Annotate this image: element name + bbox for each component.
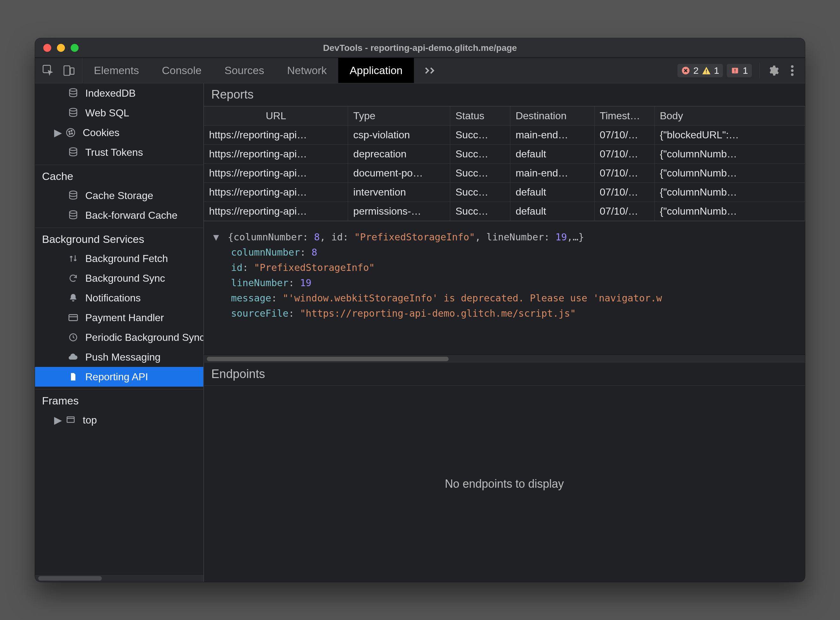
panel-tabs: Elements Console Sources Network Applica… <box>82 58 445 83</box>
updown-icon <box>67 252 80 265</box>
col-body[interactable]: Body <box>655 107 805 126</box>
tab-elements[interactable]: Elements <box>82 58 151 83</box>
cell-destination: default <box>510 183 594 202</box>
expand-caret-icon: ▶ <box>54 414 62 426</box>
col-type[interactable]: Type <box>348 107 450 126</box>
detail-value: 8 <box>312 247 317 258</box>
col-status[interactable]: Status <box>450 107 510 126</box>
col-url[interactable]: URL <box>204 107 348 126</box>
error-count: 2 <box>693 65 699 76</box>
tabs-overflow-button[interactable] <box>414 58 445 83</box>
sidebar-item-label: Cache Storage <box>85 190 153 202</box>
svg-rect-24 <box>67 417 74 423</box>
tab-console[interactable]: Console <box>151 58 213 83</box>
sidebar-item-background-fetch[interactable]: Background Fetch <box>35 248 204 268</box>
detail-key: columnNumber <box>231 247 300 258</box>
sidebar-item-background-sync[interactable]: Background Sync <box>35 268 204 288</box>
col-destination[interactable]: Destination <box>510 107 594 126</box>
tab-sources[interactable]: Sources <box>213 58 276 83</box>
settings-button[interactable] <box>764 61 783 80</box>
cell-body: {"columnNumb… <box>655 144 805 164</box>
card-icon <box>67 311 80 324</box>
cell-timestamp: 07/10/… <box>594 126 655 144</box>
detail-horizontal-scrollbar[interactable] <box>204 355 805 363</box>
cell-destination: main-end… <box>510 164 594 183</box>
sidebar-item-cookies[interactable]: ▶ Cookies <box>35 123 204 143</box>
collapse-caret-icon[interactable]: ▼ <box>213 230 222 245</box>
warning-count: 1 <box>714 65 719 76</box>
cell-url: https://reporting-api… <box>204 183 348 202</box>
sidebar-group-background-services[interactable]: Background Services <box>35 228 204 248</box>
cell-url: https://reporting-api… <box>204 144 348 164</box>
detail-key: lineNumber <box>231 277 289 288</box>
table-row[interactable]: https://reporting-api…deprecationSucc…de… <box>204 144 805 164</box>
sidebar-item-payment-handler[interactable]: Payment Handler <box>35 308 204 328</box>
cell-destination: main-end… <box>510 126 594 144</box>
endpoints-panel-title: Endpoints <box>204 363 805 386</box>
detail-key: id <box>231 262 243 273</box>
cell-body: {"columnNumb… <box>655 183 805 202</box>
application-sidebar: IndexedDB Web SQL ▶ Cookies Trust Tokens <box>35 83 204 582</box>
endpoints-empty-message: No endpoints to display <box>204 386 805 582</box>
cell-type: intervention <box>348 183 450 202</box>
sidebar-item-label: Background Sync <box>85 272 165 284</box>
more-options-button[interactable] <box>783 61 802 80</box>
tab-application[interactable]: Application <box>338 58 414 83</box>
sidebar-item-websql[interactable]: Web SQL <box>35 103 204 123</box>
cell-status: Succ… <box>450 202 510 221</box>
sidebar-item-indexeddb[interactable]: IndexedDB <box>35 83 204 103</box>
report-detail-view[interactable]: ▼ {columnNumber: 8, id: "PrefixedStorage… <box>204 221 805 355</box>
svg-point-17 <box>71 133 72 134</box>
inspect-element-icon[interactable] <box>39 61 58 80</box>
frame-icon <box>64 414 77 426</box>
svg-point-14 <box>66 128 75 137</box>
col-timestamp[interactable]: Timest… <box>594 107 655 126</box>
zoom-window-button[interactable] <box>71 44 78 52</box>
detail-key: message <box>231 292 271 304</box>
sidebar-item-periodic-bg-sync[interactable]: Periodic Background Sync <box>35 328 204 347</box>
device-toolbar-icon[interactable] <box>59 61 78 80</box>
sidebar-resize-handle[interactable] <box>201 83 206 582</box>
sidebar-item-notifications[interactable]: Notifications <box>35 288 204 308</box>
reports-table: URL Type Status Destination Timest… Body… <box>204 106 805 221</box>
svg-point-12 <box>70 89 77 92</box>
cell-url: https://reporting-api… <box>204 202 348 221</box>
cell-type: document-po… <box>348 164 450 183</box>
minimize-window-button[interactable] <box>57 44 65 52</box>
svg-rect-7 <box>735 69 735 71</box>
close-window-button[interactable] <box>43 44 51 52</box>
sidebar-horizontal-scrollbar[interactable] <box>35 574 204 582</box>
svg-point-20 <box>70 191 77 194</box>
cloud-icon <box>67 351 80 363</box>
detail-value: "PrefixedStorageInfo" <box>254 262 374 273</box>
file-icon <box>67 370 80 383</box>
sidebar-item-trust-tokens[interactable]: Trust Tokens <box>35 143 204 162</box>
sidebar-item-push-messaging[interactable]: Push Messaging <box>35 347 204 367</box>
sidebar-group-frames[interactable]: Frames <box>35 389 204 410</box>
table-header-row: URL Type Status Destination Timest… Body <box>204 107 805 126</box>
cell-timestamp: 07/10/… <box>594 183 655 202</box>
reports-panel-title: Reports <box>204 83 805 106</box>
sidebar-item-bfcache[interactable]: Back-forward Cache <box>35 205 204 225</box>
sidebar-item-label: Notifications <box>85 292 141 304</box>
expand-caret-icon: ▶ <box>54 126 62 138</box>
table-row[interactable]: https://reporting-api…interventionSucc…d… <box>204 183 805 202</box>
table-row[interactable]: https://reporting-api…document-po…Succ…m… <box>204 164 805 183</box>
sidebar-group-cache[interactable]: Cache <box>35 165 204 186</box>
sidebar-item-cache-storage[interactable]: Cache Storage <box>35 186 204 205</box>
svg-point-9 <box>791 65 793 68</box>
table-row[interactable]: https://reporting-api…csp-violationSucc…… <box>204 126 805 144</box>
table-row[interactable]: https://reporting-api…permissions-…Succ…… <box>204 202 805 221</box>
sidebar-item-label: Back-forward Cache <box>85 209 178 221</box>
console-status-errors-warnings[interactable]: 2 1 <box>677 64 723 77</box>
issues-button[interactable]: 1 <box>727 64 752 77</box>
error-icon <box>681 66 690 75</box>
svg-rect-22 <box>69 315 78 321</box>
cell-status: Succ… <box>450 126 510 144</box>
tab-network[interactable]: Network <box>276 58 338 83</box>
detail-value: "https://reporting-api-demo.glitch.me/sc… <box>300 308 576 319</box>
svg-point-11 <box>791 73 793 76</box>
sidebar-item-top-frame[interactable]: ▶ top <box>35 410 204 430</box>
sidebar-item-label: Cookies <box>83 127 120 138</box>
sidebar-item-reporting-api[interactable]: Reporting API <box>35 367 204 387</box>
